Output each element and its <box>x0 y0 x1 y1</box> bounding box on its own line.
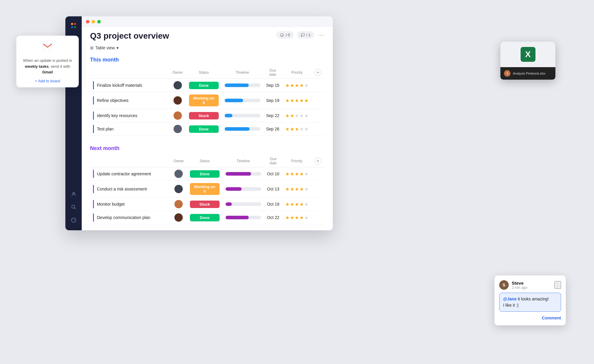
table-row[interactable]: Conduct a risk assessment Working on it … <box>90 181 324 198</box>
this-month-title: This month <box>90 57 324 63</box>
comment-more-button[interactable]: ⋮ <box>554 281 561 289</box>
owner-avatar <box>174 96 182 105</box>
person-icon[interactable] <box>68 189 79 199</box>
star-5: ★ <box>304 83 308 88</box>
star-4: ★ <box>300 201 304 207</box>
task-owner-cell <box>170 181 187 198</box>
star-1: ★ <box>285 83 289 88</box>
star-1: ★ <box>285 113 289 119</box>
excel-preview: X <box>500 42 555 67</box>
task-timeline-cell <box>222 122 263 136</box>
star-2: ★ <box>290 171 294 177</box>
add-column-button[interactable]: + <box>314 69 322 76</box>
task-color-bar <box>93 125 94 133</box>
timeline-fill <box>226 172 251 176</box>
more-options-button[interactable]: ··· <box>318 31 324 38</box>
owner-avatar <box>174 185 183 193</box>
task-status-cell: Done <box>186 122 222 136</box>
status-badge: Stuck <box>190 201 220 208</box>
search-icon[interactable] <box>68 202 79 212</box>
task-priority-cell: ★★★★★ <box>282 122 311 136</box>
task-color-bar <box>93 185 94 193</box>
gmail-icon <box>22 42 73 55</box>
timeline-fill <box>225 99 243 102</box>
star-5: ★ <box>304 98 308 103</box>
task-status-cell: Done <box>187 211 223 224</box>
help-icon[interactable]: ? <box>68 215 79 226</box>
task-priority-cell: ★★★★★ <box>282 92 311 109</box>
task-status-cell: Stuck <box>187 198 223 211</box>
priority-stars: ★★★★★ <box>285 186 308 192</box>
task-extra-cell <box>311 198 324 211</box>
reactions-badge[interactable]: / 0 <box>276 31 293 39</box>
minimize-button[interactable] <box>92 20 95 23</box>
comment-header: S Steve 2 min ago ⋮ <box>499 280 561 290</box>
task-timeline-cell <box>223 198 264 211</box>
star-3: ★ <box>295 201 299 207</box>
maximize-button[interactable] <box>97 20 101 23</box>
gmail-add-to-board[interactable]: + Add to board <box>22 79 73 83</box>
star-2: ★ <box>290 113 294 119</box>
star-2: ★ <box>290 201 294 207</box>
task-name: Monitor budget <box>97 202 125 207</box>
task-name-cell: Test plan <box>90 122 169 136</box>
logo-dot-green <box>74 26 76 28</box>
excel-file-info: S Analysis Pinterest.xlsx <box>500 67 555 80</box>
task-status-cell: Working on it <box>186 92 222 109</box>
task-color-bar <box>93 111 94 120</box>
col-timeline: Timeline <box>222 67 263 79</box>
task-owner-cell <box>169 122 186 136</box>
task-color-bar <box>93 213 94 222</box>
task-owner-cell <box>169 109 186 122</box>
table-row[interactable]: Finalize kickoff materials Done Sep 15 ★… <box>90 79 324 92</box>
timeline-fill <box>226 202 232 206</box>
table-row[interactable]: Monitor budget Stuck Oct 19 ★★★★★ <box>90 198 324 211</box>
task-extra-cell <box>311 109 324 122</box>
star-4: ★ <box>300 215 304 220</box>
task-name: Identify key resources <box>97 113 137 118</box>
star-4: ★ <box>300 171 304 177</box>
comments-badge[interactable]: / 1 <box>297 31 314 39</box>
col-status: Status <box>186 67 222 79</box>
task-name-cell: Update contractor agreement <box>90 167 170 181</box>
task-priority-cell: ★★★★★ <box>282 167 311 181</box>
svg-point-2 <box>73 192 75 194</box>
page-header: Q3 project overview / 0 / 1 ··· <box>90 31 324 41</box>
task-duedate-cell: Sep 26 <box>263 122 282 136</box>
priority-stars: ★★★★★ <box>285 171 308 177</box>
task-timeline-cell <box>223 211 264 224</box>
task-name-cell: Monitor budget <box>90 198 170 211</box>
table-row[interactable]: Refine objectives Working on it Sep 19 ★… <box>90 92 324 109</box>
gmail-card-text: When an update is posted in weekly tasks… <box>22 58 73 75</box>
star-2: ★ <box>290 215 294 220</box>
task-extra-cell <box>311 167 324 181</box>
star-2: ★ <box>290 83 294 88</box>
table-row[interactable]: Identify key resources Stuck Sep 22 ★★★★… <box>90 109 324 122</box>
view-selector[interactable]: ⊞ Table view ▾ <box>90 45 324 50</box>
task-name-cell: Develop communication plan <box>90 211 170 224</box>
timeline-fill <box>226 216 249 219</box>
owner-avatar <box>174 125 182 133</box>
owner-avatar <box>174 200 183 208</box>
table-row[interactable]: Test plan Done Sep 26 ★★★★★ <box>90 122 324 136</box>
col-priority: Priority <box>282 67 311 79</box>
status-badge: Working on it <box>189 94 219 106</box>
add-column-button-2[interactable]: + <box>314 157 322 165</box>
star-2: ★ <box>290 98 294 103</box>
table-row[interactable]: Develop communication plan Done Oct 22 ★… <box>90 211 324 224</box>
excel-filename: Analysis Pinterest.xlsx <box>513 72 545 75</box>
task-owner-cell <box>170 198 187 211</box>
gmail-card: When an update is posted in weekly tasks… <box>16 36 79 87</box>
task-name-cell: Refine objectives <box>90 92 169 109</box>
star-3: ★ <box>295 98 299 103</box>
task-name: Finalize kickoff materials <box>97 83 142 88</box>
star-5: ★ <box>304 215 308 220</box>
owner-avatar <box>174 170 183 178</box>
status-badge: Done <box>189 125 219 133</box>
table-row[interactable]: Update contractor agreement Done Oct 10 … <box>90 167 324 181</box>
task-extra-cell <box>311 79 324 92</box>
next-month-table: Owner Status Timeline Due date Priority … <box>90 155 324 224</box>
close-button[interactable] <box>86 20 89 23</box>
comment-submit-button[interactable]: Comment <box>542 316 561 320</box>
main-window: ? Q3 project overview / 0 / 1 ··· <box>65 16 333 230</box>
